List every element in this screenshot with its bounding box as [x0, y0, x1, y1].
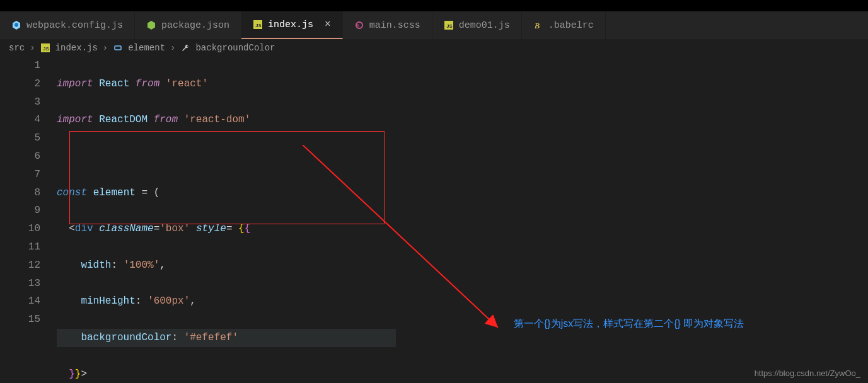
breadcrumb-item[interactable]: src — [9, 43, 25, 53]
close-icon[interactable]: × — [325, 19, 331, 30]
wrench-icon — [180, 43, 190, 53]
tab-main-scss[interactable]: S main.scss — [343, 11, 432, 39]
svg-rect-9 — [115, 46, 121, 50]
tab-label: package.json — [161, 20, 229, 31]
breadcrumb-item[interactable]: backgroundColor — [195, 43, 275, 53]
tab-label: webpack.config.js — [26, 20, 123, 31]
tab-bar: webpack.config.js package.json JS index.… — [0, 11, 868, 39]
tab-index-js[interactable]: JS index.js × — [241, 11, 343, 39]
tab-babelrc[interactable]: B .babelrc — [522, 11, 606, 39]
sass-icon: S — [354, 20, 364, 30]
breadcrumb-item[interactable]: element — [128, 43, 165, 53]
svg-text:JS: JS — [43, 46, 49, 52]
tab-label: demo01.js — [459, 20, 510, 31]
js-icon: JS — [444, 20, 454, 30]
svg-text:JS: JS — [255, 23, 262, 28]
tab-label: .babelrc — [548, 20, 594, 31]
code-content[interactable]: import React from 'react' import ReactDO… — [57, 57, 396, 383]
watermark: https://blog.csdn.net/ZywOo_ — [755, 369, 860, 378]
tab-webpack-config[interactable]: webpack.config.js — [0, 11, 135, 39]
tab-label: main.scss — [369, 20, 420, 31]
js-icon: JS — [253, 20, 263, 30]
babel-icon: B — [533, 20, 543, 30]
breadcrumb[interactable]: src › JS index.js › element › background… — [0, 39, 868, 57]
line-gutter: 1 2 3 4 5 6 7 8 9 10 11 12 13 14 15 — [0, 57, 57, 383]
tab-label: index.js — [268, 20, 313, 30]
chevron-right-icon: › — [170, 43, 175, 53]
svg-text:JS: JS — [446, 23, 453, 29]
svg-text:B: B — [535, 21, 540, 30]
symbol-variable-icon — [113, 43, 123, 53]
svg-text:S: S — [357, 23, 359, 28]
tab-package-json[interactable]: package.json — [135, 11, 241, 39]
breadcrumb-item[interactable]: index.js — [55, 43, 98, 53]
annotation-text: 第一个{}为jsx写法，样式写在第二个{} 即为对象写法 — [514, 317, 744, 331]
node-icon — [146, 20, 156, 30]
tab-demo01-js[interactable]: JS demo01.js — [432, 11, 522, 39]
code-editor[interactable]: 1 2 3 4 5 6 7 8 9 10 11 12 13 14 15 impo… — [0, 57, 868, 383]
chevron-right-icon: › — [30, 43, 35, 53]
webpack-icon — [11, 20, 21, 30]
js-icon: JS — [40, 43, 50, 53]
chevron-right-icon: › — [103, 43, 108, 53]
